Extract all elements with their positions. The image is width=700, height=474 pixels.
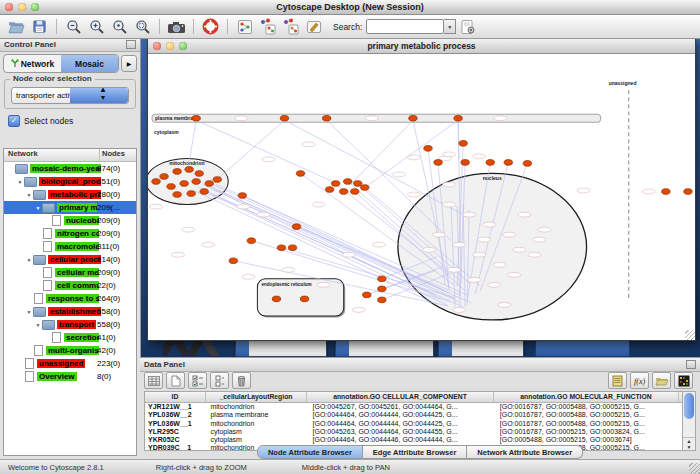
new-network-edges-icon[interactable]: [281, 17, 300, 36]
graph-node[interactable]: [344, 179, 352, 185]
graph-node[interactable]: [288, 245, 296, 251]
graph-node-label[interactable]: [488, 282, 501, 287]
graph-node[interactable]: [363, 292, 371, 298]
graph-node[interactable]: [296, 171, 304, 177]
graph-node-label[interactable]: [533, 237, 546, 242]
graph-node-label[interactable]: [262, 157, 275, 162]
app-resize-grip[interactable]: [689, 463, 700, 474]
graph-node[interactable]: [486, 160, 494, 166]
tree-row[interactable]: ▼transport558(0): [4, 318, 136, 331]
vizmapper-icon[interactable]: [304, 17, 323, 36]
graph-node[interactable]: [192, 115, 200, 121]
graph-node[interactable]: [192, 179, 200, 185]
graph-node[interactable]: [504, 160, 512, 166]
graph-node-label[interactable]: [443, 202, 456, 207]
snapshot-icon[interactable]: [167, 17, 186, 36]
tree-row[interactable]: mosaic-demo-yeast874(0): [4, 162, 136, 175]
open-icon[interactable]: [7, 17, 26, 36]
graph-node-label[interactable]: [473, 252, 486, 257]
tree-row[interactable]: ▼cellular process614(0): [4, 253, 136, 266]
expand-triangle-icon[interactable]: ▼: [16, 179, 24, 185]
minimized-window[interactable]: [335, 340, 434, 357]
table-cell[interactable]: YPL036W__2: [145, 411, 207, 419]
tree-row[interactable]: unassigned223(0): [4, 357, 136, 370]
graph-node-label[interactable]: [302, 142, 315, 147]
graph-node-label[interactable]: [443, 182, 456, 187]
table-cell[interactable]: YPL036W__1: [145, 420, 207, 428]
graph-node[interactable]: [361, 185, 369, 191]
table-cell[interactable]: YLR295C: [145, 428, 207, 436]
graph-node-label[interactable]: [478, 237, 491, 242]
graph-node[interactable]: [277, 245, 285, 251]
graph-node-label[interactable]: [463, 212, 476, 217]
graph-node[interactable]: [523, 161, 531, 167]
graph-node-label[interactable]: [513, 247, 526, 252]
graph-node-label[interactable]: [312, 202, 325, 207]
browser-tab[interactable]: Node Attribute Browser: [257, 445, 363, 459]
tree-row[interactable]: cellular metabo209(0): [4, 266, 136, 279]
tab-mosaic[interactable]: Mosaic: [61, 55, 118, 72]
table-row[interactable]: YLR295Ccytoplasm[GO:0045263, GO:0044464,…: [145, 428, 682, 436]
minimized-window[interactable]: [235, 340, 327, 357]
graph-node-label[interactable]: [498, 303, 511, 308]
graph-node[interactable]: [331, 181, 339, 187]
table-column-header[interactable]: annotation.GO CELLULAR_COMPONENT: [307, 392, 494, 402]
graph-node[interactable]: [378, 297, 386, 303]
graph-node-label[interactable]: [172, 252, 185, 257]
expand-triangle-icon[interactable]: ▼: [25, 257, 33, 263]
table-scrollbar[interactable]: ▲▼: [682, 391, 696, 451]
graph-node-label[interactable]: [242, 274, 255, 279]
graph-node[interactable]: [292, 224, 300, 230]
tree-row[interactable]: ▼metabolic process280(0): [4, 188, 136, 201]
graph-node[interactable]: [325, 187, 333, 193]
zoom-out-icon[interactable]: [64, 17, 83, 36]
graph-node[interactable]: [454, 115, 462, 121]
minimized-window[interactable]: [438, 340, 524, 357]
table-column-header[interactable]: ID: [145, 392, 206, 402]
graph-node[interactable]: [238, 193, 246, 199]
graph-node[interactable]: [684, 189, 692, 195]
graph-node-label[interactable]: [235, 116, 248, 121]
tree-row[interactable]: nucleobase-209(0): [4, 214, 136, 227]
browser-tab[interactable]: Edge Attribute Browser: [363, 445, 467, 459]
import-attributes-icon[interactable]: [652, 372, 671, 389]
zoom-in-icon[interactable]: [87, 17, 106, 36]
expand-triangle-icon[interactable]: ▼: [25, 192, 33, 198]
graph-node-label[interactable]: [508, 272, 521, 277]
graph-node[interactable]: [272, 296, 280, 302]
table-cell[interactable]: [GO:0016787, GO:0005488, GO:0005215, G..…: [497, 403, 682, 411]
table-row[interactable]: YPL036W__2plasma membrane[GO:0044464, GO…: [145, 411, 682, 419]
graph-node[interactable]: [173, 192, 181, 198]
tree-row[interactable]: response to stimul264(0): [4, 292, 136, 305]
help-ring-icon[interactable]: [201, 17, 220, 36]
graph-node-label[interactable]: [494, 116, 507, 121]
graph-node[interactable]: [152, 179, 160, 185]
table-cell[interactable]: [GO:0045267, GO:0045261, GO:0044464, G..…: [310, 403, 497, 411]
attribute-batch-icon[interactable]: [144, 372, 163, 389]
table-cell[interactable]: YJR121W__1: [145, 403, 207, 411]
graph-node-label[interactable]: [473, 154, 486, 159]
graph-node-label[interactable]: [518, 212, 531, 217]
minimized-window-bar[interactable]: [535, 340, 630, 357]
expand-triangle-icon[interactable]: ▼: [25, 309, 33, 315]
graph-node[interactable]: [280, 115, 288, 121]
tree-row[interactable]: ▼primary metabo209(...: [4, 201, 136, 214]
graph-node-label[interactable]: [372, 242, 385, 247]
table-column-header[interactable]: annotation.GO MOLECULAR_FUNCTION: [494, 392, 679, 402]
graph-node-label[interactable]: [257, 212, 270, 217]
graph-node-label[interactable]: [392, 172, 405, 177]
table-column-header[interactable]: _cellularLayoutRegion: [206, 392, 307, 402]
table-cell[interactable]: [GO:0044464, GO:0044444, GO:0044425, G..…: [310, 420, 497, 428]
graph-node[interactable]: [213, 177, 221, 183]
graph-node-label[interactable]: [453, 308, 466, 313]
float-panel-icon[interactable]: [126, 40, 136, 49]
graph-node-label[interactable]: [443, 152, 456, 157]
browser-tab[interactable]: Network Attribute Browser: [467, 445, 583, 459]
select-attributes-icon[interactable]: [188, 372, 207, 389]
window-resize-grip[interactable]: [685, 330, 695, 340]
table-cell[interactable]: [GO:0016787, GO:0005488, GO:0005215, G..…: [497, 411, 682, 419]
graph-node[interactable]: [378, 286, 386, 292]
graph-node[interactable]: [424, 146, 432, 152]
graph-node[interactable]: [247, 238, 255, 244]
tree-row[interactable]: Overview8(0): [4, 370, 136, 383]
